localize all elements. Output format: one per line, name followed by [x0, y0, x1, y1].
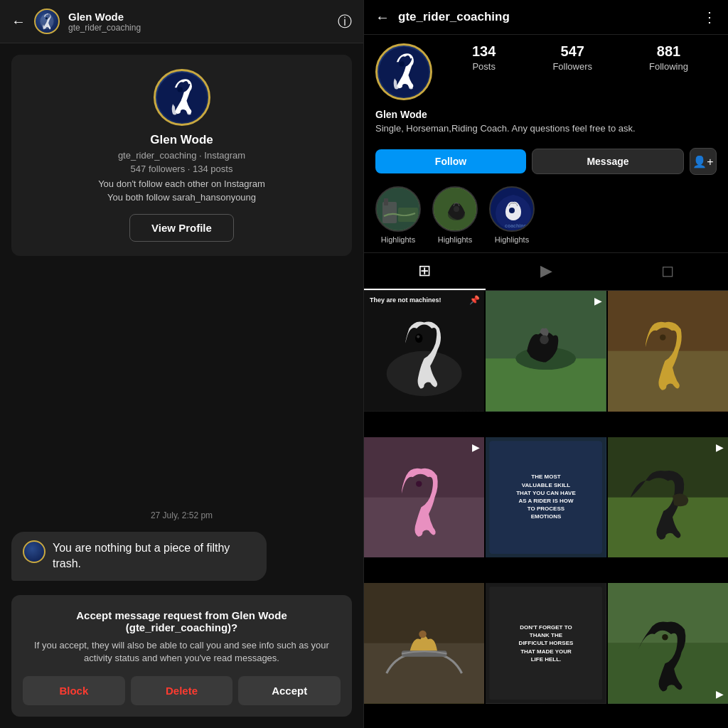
svg-point-43 [662, 634, 668, 640]
grid-image-1: They are not machines! 📌 [364, 291, 484, 411]
tab-reels[interactable]: ▶ [486, 253, 607, 290]
reels-icon: ▶ [540, 262, 552, 280]
svg-point-3 [177, 87, 182, 92]
right-header-username: gte_rider_coaching [398, 10, 694, 24]
message-timestamp: 27 July, 2:52 pm [11, 510, 352, 520]
profile-card-stats: 547 followers · 134 posts [131, 164, 233, 174]
message-text: You are nothing but a piece of filthy tr… [53, 540, 255, 572]
back-button-right[interactable]: ← [375, 9, 390, 26]
svg-point-5 [400, 61, 405, 66]
followers-label: Followers [552, 61, 592, 72]
video-icon-6: ▶ [716, 441, 724, 453]
svg-point-29 [416, 481, 422, 486]
info-icon[interactable]: ⓘ [338, 12, 352, 31]
bio-text: Single, Horseman,Riding Coach. Any quest… [375, 122, 717, 135]
highlights-row: Highlights Highlights [364, 181, 728, 250]
grid-image-2: ▶ [486, 291, 606, 411]
grid-cell-8[interactable]: DON'T FORGET TO THANK THE DIFFICULT HORS… [486, 583, 606, 703]
grid-quote-5: The most valuable skill that you can hav… [516, 473, 577, 521]
accept-description: If you accept, they will also be able to… [23, 639, 341, 665]
tagged-icon: ◻ [661, 262, 674, 280]
accept-request-dialog: Accept message request from Glen Wode (g… [11, 595, 352, 717]
grid-cell-7[interactable] [364, 583, 484, 703]
message-button[interactable]: Message [532, 149, 684, 174]
grid-image-7 [364, 583, 484, 703]
message-bubble: You are nothing but a piece of filthy tr… [11, 532, 267, 581]
followers-stat[interactable]: 547 Followers [552, 43, 592, 73]
accept-title-end: ? [231, 621, 237, 633]
grid-cell-6[interactable]: ▶ [608, 437, 728, 557]
highlight-label-3: Highlights [495, 235, 529, 244]
accept-sender-username: (gte_rider_coaching) [126, 621, 231, 633]
back-button-left[interactable]: ← [11, 14, 26, 30]
block-button[interactable]: Block [23, 676, 125, 705]
left-header-name: Glen Wode [68, 11, 329, 23]
highlight-circle-1 [375, 186, 421, 232]
svg-point-23 [540, 336, 550, 345]
svg-rect-8 [384, 198, 388, 205]
highlight-item-2[interactable]: Highlights [432, 186, 478, 244]
grid-icon: ⊞ [418, 262, 431, 280]
grid-cell-1[interactable]: They are not machines! 📌 [364, 291, 484, 411]
highlight-item-1[interactable]: Highlights [375, 186, 421, 244]
video-icon-2: ▶ [594, 295, 602, 306]
profile-avatar-large [154, 69, 210, 126]
add-user-button[interactable]: 👤+ [690, 148, 717, 175]
action-buttons: Follow Message 👤+ [364, 142, 728, 181]
chat-area: 27 July, 2:52 pm You are nothing but a p… [0, 267, 363, 728]
tab-bar: ⊞ ▶ ◻ [364, 252, 728, 291]
highlight-circle-3: coaching [489, 186, 535, 232]
svg-point-19 [417, 336, 419, 338]
profile-card-follow-info: You don't follow each other on Instagram [98, 178, 265, 189]
tab-tagged[interactable]: ◻ [606, 253, 728, 290]
accept-button[interactable]: Accept [238, 676, 341, 705]
photo-grid: They are not machines! 📌 ▶ [364, 291, 728, 728]
following-count: 881 [649, 43, 688, 60]
more-options-icon[interactable]: ⋮ [702, 9, 717, 26]
highlight-item-3[interactable]: coaching Highlights [489, 186, 535, 244]
grid-image-6: ▶ [608, 437, 728, 557]
video-icon-4: ▶ [472, 441, 480, 453]
grid-quote-8: DON'T FORGET TO THANK THE DIFFICULT HORS… [516, 623, 577, 663]
bio-section: Glen Wode Single, Horseman,Riding Coach.… [364, 109, 728, 142]
grid-cell-3[interactable] [608, 291, 728, 411]
grid-image-8: DON'T FORGET TO THANK THE DIFFICULT HORS… [486, 583, 606, 703]
svg-point-18 [415, 334, 423, 343]
svg-rect-41 [608, 583, 728, 643]
left-header: ← Glen Wode gte_rider_coaching ⓘ [0, 0, 363, 43]
left-header-avatar [34, 9, 60, 34]
view-profile-button[interactable]: View Profile [129, 214, 234, 242]
following-stat[interactable]: 881 Following [649, 43, 688, 73]
posts-count: 134 [472, 43, 496, 60]
svg-point-14 [509, 208, 515, 213]
profile-section: 134 Posts 547 Followers 881 Following [364, 35, 728, 109]
svg-point-12 [454, 206, 459, 212]
grid-cell-9[interactable]: ▶ [608, 583, 728, 703]
tab-grid[interactable]: ⊞ [364, 253, 486, 290]
posts-stat[interactable]: 134 Posts [472, 43, 496, 73]
follow-button[interactable]: Follow [375, 149, 526, 173]
profile-card-mutual: You both follow sarah_hansonyoung [107, 192, 256, 203]
following-label: Following [649, 61, 688, 72]
grid-text-overlay-1: They are not machines! [370, 296, 441, 305]
right-header: ← gte_rider_coaching ⋮ [364, 0, 728, 35]
grid-cell-2[interactable]: ▶ [486, 291, 606, 411]
grid-image-3 [608, 291, 728, 411]
svg-text:coaching: coaching [505, 223, 527, 229]
pin-icon-1: 📌 [469, 295, 480, 305]
grid-image-4: ▶ [364, 437, 484, 557]
accept-sender-name: Glen Wode [232, 609, 287, 621]
grid-cell-5[interactable]: The most valuable skill that you can hav… [486, 437, 606, 557]
grid-cell-4[interactable]: ▶ [364, 437, 484, 557]
message-sender-avatar [23, 540, 46, 563]
delete-button[interactable]: Delete [131, 676, 233, 705]
video-icon-9: ▶ [716, 688, 724, 700]
accept-buttons-row: Block Delete Accept [23, 676, 341, 705]
highlight-label-1: Highlights [381, 235, 415, 244]
right-panel: ← gte_rider_coaching ⋮ 134 Posts 547 Fol… [364, 0, 728, 728]
svg-point-36 [419, 631, 427, 638]
posts-label: Posts [472, 61, 496, 72]
followers-count: 547 [552, 43, 592, 60]
svg-point-26 [660, 335, 665, 341]
right-profile-avatar[interactable] [375, 43, 432, 100]
